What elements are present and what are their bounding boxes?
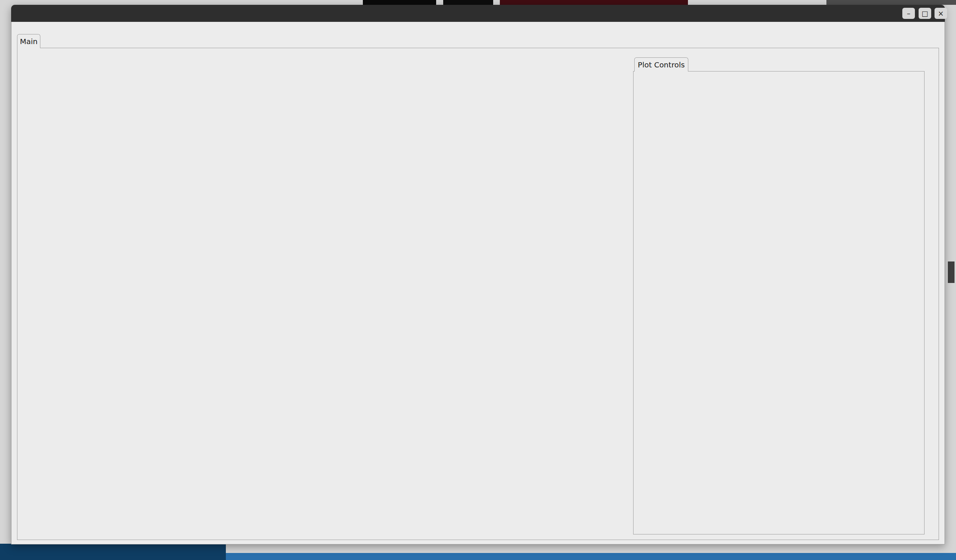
desktop-fragment <box>948 261 954 283</box>
desktop-fragment <box>363 0 436 5</box>
close-button[interactable]: × <box>934 8 947 19</box>
desktop-fragment <box>443 0 493 5</box>
maximize-button[interactable]: □ <box>918 8 931 19</box>
taskbar-block <box>0 544 226 560</box>
desktop-fragment <box>500 0 688 5</box>
tab-plot-controls[interactable]: Plot Controls <box>634 57 688 71</box>
minimize-button[interactable]: – <box>902 8 915 19</box>
window-titlebar[interactable] <box>11 5 945 22</box>
desktop-fragment <box>826 0 956 5</box>
plot-controls-pane <box>633 71 925 535</box>
tab-main[interactable]: Main <box>17 34 40 48</box>
